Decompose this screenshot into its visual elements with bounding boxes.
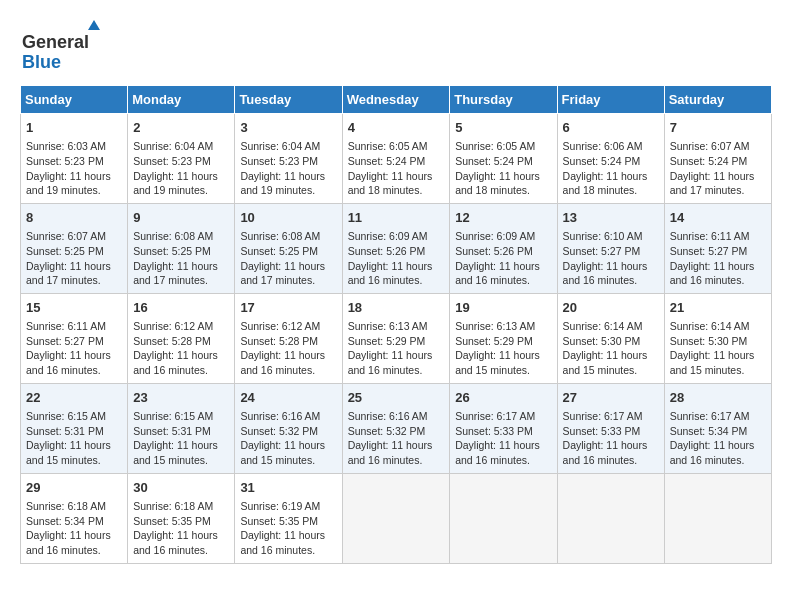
calendar-cell xyxy=(342,473,450,563)
calendar-week-1: 1Sunrise: 6:03 AM Sunset: 5:23 PM Daylig… xyxy=(21,114,772,204)
header-day-wednesday: Wednesday xyxy=(342,86,450,114)
calendar-cell: 15Sunrise: 6:11 AM Sunset: 5:27 PM Dayli… xyxy=(21,293,128,383)
day-number: 19 xyxy=(455,299,551,317)
day-number: 16 xyxy=(133,299,229,317)
calendar-cell: 11Sunrise: 6:09 AM Sunset: 5:26 PM Dayli… xyxy=(342,203,450,293)
day-info: Sunrise: 6:09 AM Sunset: 5:26 PM Dayligh… xyxy=(348,229,445,288)
svg-marker-1 xyxy=(88,20,100,30)
day-number: 4 xyxy=(348,119,445,137)
calendar-week-4: 22Sunrise: 6:15 AM Sunset: 5:31 PM Dayli… xyxy=(21,383,772,473)
day-info: Sunrise: 6:09 AM Sunset: 5:26 PM Dayligh… xyxy=(455,229,551,288)
calendar-cell: 12Sunrise: 6:09 AM Sunset: 5:26 PM Dayli… xyxy=(450,203,557,293)
logo-svg: General Blue xyxy=(20,20,130,75)
day-info: Sunrise: 6:12 AM Sunset: 5:28 PM Dayligh… xyxy=(240,319,336,378)
calendar-cell: 18Sunrise: 6:13 AM Sunset: 5:29 PM Dayli… xyxy=(342,293,450,383)
day-number: 15 xyxy=(26,299,122,317)
calendar-cell: 30Sunrise: 6:18 AM Sunset: 5:35 PM Dayli… xyxy=(128,473,235,563)
day-info: Sunrise: 6:13 AM Sunset: 5:29 PM Dayligh… xyxy=(348,319,445,378)
day-number: 24 xyxy=(240,389,336,407)
day-info: Sunrise: 6:15 AM Sunset: 5:31 PM Dayligh… xyxy=(133,409,229,468)
day-info: Sunrise: 6:16 AM Sunset: 5:32 PM Dayligh… xyxy=(348,409,445,468)
calendar-cell: 23Sunrise: 6:15 AM Sunset: 5:31 PM Dayli… xyxy=(128,383,235,473)
calendar-header-row: SundayMondayTuesdayWednesdayThursdayFrid… xyxy=(21,86,772,114)
day-number: 3 xyxy=(240,119,336,137)
day-number: 26 xyxy=(455,389,551,407)
calendar-cell: 28Sunrise: 6:17 AM Sunset: 5:34 PM Dayli… xyxy=(664,383,771,473)
day-number: 27 xyxy=(563,389,659,407)
header-day-monday: Monday xyxy=(128,86,235,114)
day-number: 22 xyxy=(26,389,122,407)
day-number: 7 xyxy=(670,119,766,137)
header-day-friday: Friday xyxy=(557,86,664,114)
day-number: 21 xyxy=(670,299,766,317)
logo: General Blue xyxy=(20,20,130,75)
day-info: Sunrise: 6:15 AM Sunset: 5:31 PM Dayligh… xyxy=(26,409,122,468)
calendar-cell: 16Sunrise: 6:12 AM Sunset: 5:28 PM Dayli… xyxy=(128,293,235,383)
day-number: 20 xyxy=(563,299,659,317)
day-info: Sunrise: 6:18 AM Sunset: 5:34 PM Dayligh… xyxy=(26,499,122,558)
calendar-cell: 5Sunrise: 6:05 AM Sunset: 5:24 PM Daylig… xyxy=(450,114,557,204)
day-number: 1 xyxy=(26,119,122,137)
day-info: Sunrise: 6:13 AM Sunset: 5:29 PM Dayligh… xyxy=(455,319,551,378)
calendar-cell: 10Sunrise: 6:08 AM Sunset: 5:25 PM Dayli… xyxy=(235,203,342,293)
calendar-cell: 17Sunrise: 6:12 AM Sunset: 5:28 PM Dayli… xyxy=(235,293,342,383)
calendar-week-5: 29Sunrise: 6:18 AM Sunset: 5:34 PM Dayli… xyxy=(21,473,772,563)
day-info: Sunrise: 6:08 AM Sunset: 5:25 PM Dayligh… xyxy=(133,229,229,288)
svg-text:General: General xyxy=(22,32,89,52)
day-number: 31 xyxy=(240,479,336,497)
calendar-cell: 9Sunrise: 6:08 AM Sunset: 5:25 PM Daylig… xyxy=(128,203,235,293)
day-info: Sunrise: 6:17 AM Sunset: 5:33 PM Dayligh… xyxy=(455,409,551,468)
day-info: Sunrise: 6:14 AM Sunset: 5:30 PM Dayligh… xyxy=(670,319,766,378)
day-number: 17 xyxy=(240,299,336,317)
day-info: Sunrise: 6:07 AM Sunset: 5:25 PM Dayligh… xyxy=(26,229,122,288)
calendar-table: SundayMondayTuesdayWednesdayThursdayFrid… xyxy=(20,85,772,564)
day-number: 2 xyxy=(133,119,229,137)
day-info: Sunrise: 6:18 AM Sunset: 5:35 PM Dayligh… xyxy=(133,499,229,558)
calendar-cell: 2Sunrise: 6:04 AM Sunset: 5:23 PM Daylig… xyxy=(128,114,235,204)
day-info: Sunrise: 6:11 AM Sunset: 5:27 PM Dayligh… xyxy=(670,229,766,288)
calendar-cell: 29Sunrise: 6:18 AM Sunset: 5:34 PM Dayli… xyxy=(21,473,128,563)
calendar-week-3: 15Sunrise: 6:11 AM Sunset: 5:27 PM Dayli… xyxy=(21,293,772,383)
day-number: 14 xyxy=(670,209,766,227)
day-info: Sunrise: 6:04 AM Sunset: 5:23 PM Dayligh… xyxy=(240,139,336,198)
header-day-thursday: Thursday xyxy=(450,86,557,114)
day-info: Sunrise: 6:06 AM Sunset: 5:24 PM Dayligh… xyxy=(563,139,659,198)
day-number: 25 xyxy=(348,389,445,407)
calendar-cell: 6Sunrise: 6:06 AM Sunset: 5:24 PM Daylig… xyxy=(557,114,664,204)
day-number: 5 xyxy=(455,119,551,137)
calendar-week-2: 8Sunrise: 6:07 AM Sunset: 5:25 PM Daylig… xyxy=(21,203,772,293)
calendar-cell: 7Sunrise: 6:07 AM Sunset: 5:24 PM Daylig… xyxy=(664,114,771,204)
calendar-cell: 20Sunrise: 6:14 AM Sunset: 5:30 PM Dayli… xyxy=(557,293,664,383)
calendar-cell: 22Sunrise: 6:15 AM Sunset: 5:31 PM Dayli… xyxy=(21,383,128,473)
calendar-body: 1Sunrise: 6:03 AM Sunset: 5:23 PM Daylig… xyxy=(21,114,772,564)
calendar-cell: 27Sunrise: 6:17 AM Sunset: 5:33 PM Dayli… xyxy=(557,383,664,473)
day-number: 23 xyxy=(133,389,229,407)
calendar-cell: 8Sunrise: 6:07 AM Sunset: 5:25 PM Daylig… xyxy=(21,203,128,293)
day-info: Sunrise: 6:14 AM Sunset: 5:30 PM Dayligh… xyxy=(563,319,659,378)
day-number: 11 xyxy=(348,209,445,227)
calendar-cell xyxy=(557,473,664,563)
day-info: Sunrise: 6:05 AM Sunset: 5:24 PM Dayligh… xyxy=(348,139,445,198)
day-number: 30 xyxy=(133,479,229,497)
day-info: Sunrise: 6:03 AM Sunset: 5:23 PM Dayligh… xyxy=(26,139,122,198)
day-number: 12 xyxy=(455,209,551,227)
calendar-cell: 3Sunrise: 6:04 AM Sunset: 5:23 PM Daylig… xyxy=(235,114,342,204)
calendar-cell: 24Sunrise: 6:16 AM Sunset: 5:32 PM Dayli… xyxy=(235,383,342,473)
svg-text:Blue: Blue xyxy=(22,52,61,72)
page-header: General Blue xyxy=(20,20,772,75)
day-info: Sunrise: 6:11 AM Sunset: 5:27 PM Dayligh… xyxy=(26,319,122,378)
calendar-cell: 4Sunrise: 6:05 AM Sunset: 5:24 PM Daylig… xyxy=(342,114,450,204)
calendar-cell xyxy=(664,473,771,563)
calendar-cell: 25Sunrise: 6:16 AM Sunset: 5:32 PM Dayli… xyxy=(342,383,450,473)
day-info: Sunrise: 6:19 AM Sunset: 5:35 PM Dayligh… xyxy=(240,499,336,558)
day-number: 8 xyxy=(26,209,122,227)
day-info: Sunrise: 6:16 AM Sunset: 5:32 PM Dayligh… xyxy=(240,409,336,468)
day-number: 29 xyxy=(26,479,122,497)
calendar-cell: 1Sunrise: 6:03 AM Sunset: 5:23 PM Daylig… xyxy=(21,114,128,204)
day-number: 13 xyxy=(563,209,659,227)
header-day-tuesday: Tuesday xyxy=(235,86,342,114)
calendar-cell xyxy=(450,473,557,563)
day-info: Sunrise: 6:10 AM Sunset: 5:27 PM Dayligh… xyxy=(563,229,659,288)
day-number: 10 xyxy=(240,209,336,227)
day-number: 6 xyxy=(563,119,659,137)
